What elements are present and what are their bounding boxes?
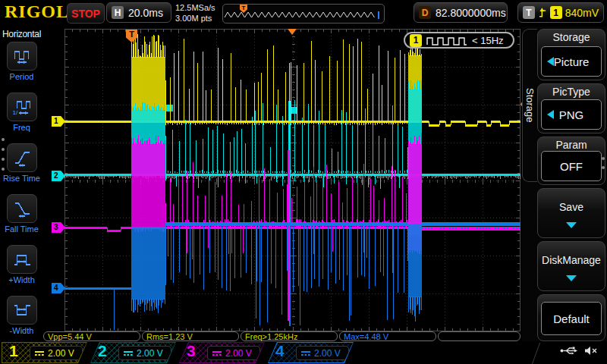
measure-item-label: Rise Time xyxy=(0,174,43,183)
right-storage-menu: Storage StoragePicturePicTypePNGParamOFF… xyxy=(522,27,607,341)
channel-2-status[interactable]: 22.00 V xyxy=(90,342,176,363)
h-badge: H xyxy=(112,6,124,19)
waveform-display xyxy=(64,29,521,331)
channel-number: 3 xyxy=(187,342,196,360)
acquisition-info: 12.5MSa/s 3.00M pts xyxy=(175,2,215,24)
menu-item-label: Param xyxy=(538,139,605,151)
neg-width-icon xyxy=(12,301,32,319)
rise-time-icon xyxy=(12,149,32,167)
top-status-bar: RIGOL STOP H 20.0ms 12.5MSa/s 3.00M pts … xyxy=(0,0,607,27)
channel-number: 1 xyxy=(9,342,18,360)
menu-item-label: DiskManage xyxy=(538,254,605,266)
param-value-button[interactable]: OFF xyxy=(541,151,602,181)
menu-scroll-dots xyxy=(602,157,605,175)
channel-number: 2 xyxy=(98,342,107,360)
measurement-slot-5[interactable] xyxy=(438,331,521,341)
left-menu-title: Horizontal xyxy=(0,29,43,39)
pictype-value-button[interactable]: PNG xyxy=(541,99,602,130)
measure-item-rise-time[interactable]: Rise Time xyxy=(0,143,43,183)
rising-edge-icon xyxy=(538,7,547,18)
pos-width-icon xyxy=(12,250,32,268)
chevron-down-icon xyxy=(566,275,577,281)
channel-3-position-tag[interactable]: 3 xyxy=(52,222,65,233)
measure-item--width[interactable]: +Width xyxy=(0,245,43,284)
menu-item-param[interactable]: ParamOFF xyxy=(537,136,605,185)
left-measure-menu: Horizontal Period1/FreqRise TimeFall Tim… xyxy=(0,27,43,341)
channel-1-status[interactable]: 12.00 V xyxy=(2,342,87,363)
run-stop-status[interactable]: STOP xyxy=(67,3,105,24)
channel-scale-box[interactable]: 2.00 V xyxy=(118,346,171,360)
channel-hatch-bg: 12.00 V xyxy=(2,343,86,362)
freq-badge-channel: 1 xyxy=(410,34,422,47)
horizontal-timebase-readout[interactable]: H 20.0ms xyxy=(106,2,171,23)
trigger-position-icon[interactable] xyxy=(288,29,297,35)
menu-item-label: Save xyxy=(538,201,605,213)
storage-tab-label: Storage xyxy=(524,88,536,123)
measure-item-label: Period xyxy=(0,72,43,81)
channel-4-position-tag[interactable]: 4 xyxy=(52,283,65,293)
trigger-frequency-badge: 1 < 15Hz xyxy=(404,32,514,49)
trigger-badge: T xyxy=(523,6,535,19)
speaker-muted-icon xyxy=(584,346,598,356)
menu-item-diskmanage[interactable]: DiskManage xyxy=(537,241,605,291)
default-button[interactable]: Default xyxy=(541,302,602,335)
delay-readout[interactable]: D 82.8000000ms xyxy=(414,2,508,23)
scroll-dot xyxy=(602,157,605,160)
channel-2-position-tag[interactable]: 2 xyxy=(52,171,65,181)
measure-item--width[interactable]: -Width xyxy=(0,296,43,335)
measurement-slot-1[interactable]: Vpp=5.44 V xyxy=(43,331,140,341)
channel-scale-box[interactable]: 2.00 V xyxy=(207,346,260,360)
oscilloscope-screen: RIGOL STOP H 20.0ms 12.5MSa/s 3.00M pts … xyxy=(0,0,607,364)
storage-tab[interactable]: Storage xyxy=(522,29,537,182)
page-dot xyxy=(2,138,5,141)
page-dot xyxy=(2,168,5,171)
channel-scale-value: 2.00 V xyxy=(225,348,252,359)
period-icon xyxy=(12,47,32,65)
measure-item-period[interactable]: Period xyxy=(0,42,43,81)
channel-scale-box[interactable]: 2.00 V xyxy=(30,346,83,360)
menu-item-pictype[interactable]: PicTypePNG xyxy=(537,83,605,133)
channel-4-status[interactable]: 42.00 V xyxy=(268,342,354,363)
chevron-left-icon xyxy=(547,110,554,119)
chevron-left-icon xyxy=(547,57,554,66)
menu-page-dots xyxy=(2,138,5,177)
menu-item-save[interactable]: Save xyxy=(537,188,605,238)
measurement-slot-4[interactable]: Max=4.48 V xyxy=(339,331,436,341)
measure-item-label: +Width xyxy=(0,275,43,284)
coupling-dc-icon xyxy=(301,350,310,356)
measure-item-label: Fall Time xyxy=(0,224,43,234)
coupling-dc-icon xyxy=(124,350,133,356)
menu-item-label: Storage xyxy=(538,31,605,43)
menu-item-label: PicType xyxy=(538,86,605,98)
chevron-down-icon xyxy=(566,222,577,228)
channel-scale-value: 2.00 V xyxy=(314,348,341,359)
storage-value-button[interactable]: Picture xyxy=(541,46,602,77)
channel-1-position-tag[interactable]: 1 xyxy=(52,116,65,127)
measurement-slot-2[interactable]: Rms=1.23 V xyxy=(142,331,239,341)
scroll-dot xyxy=(602,166,605,169)
menu-item-default[interactable]: Default xyxy=(537,294,605,341)
page-dot xyxy=(2,158,5,161)
status-icons xyxy=(560,346,598,356)
menu-item-value: OFF xyxy=(560,160,583,173)
menu-item-storage[interactable]: StoragePicture xyxy=(537,29,605,80)
coupling-dc-icon xyxy=(35,350,44,356)
measurement-slot-3[interactable]: Freq>1.25kHz xyxy=(241,331,338,341)
trigger-readout[interactable]: T 1 840mV xyxy=(517,2,604,23)
measure-item-label: Freq xyxy=(0,123,43,132)
channel-scale-box[interactable]: 2.00 V xyxy=(296,346,349,360)
preview-window-bracket xyxy=(378,11,379,19)
channel-scale-value: 2.00 V xyxy=(48,348,74,359)
channel-hatch-bg: 32.00 V xyxy=(180,343,264,362)
svg-text:1/: 1/ xyxy=(12,109,17,116)
measure-item-label: -Width xyxy=(0,326,43,335)
measure-item-fall-time[interactable]: Fall Time xyxy=(0,194,43,234)
square-wave-icon xyxy=(426,36,467,46)
channel-hatch-bg: 42.00 V xyxy=(269,343,353,362)
delay-badge: D xyxy=(419,6,431,19)
fall-time-icon xyxy=(12,199,32,218)
memory-waveform-preview[interactable]: T xyxy=(222,4,385,24)
measure-item-freq[interactable]: 1/Freq xyxy=(0,93,43,132)
channel-3-status[interactable]: 32.00 V xyxy=(179,342,265,363)
trigger-source-badge: 1 xyxy=(550,6,562,19)
